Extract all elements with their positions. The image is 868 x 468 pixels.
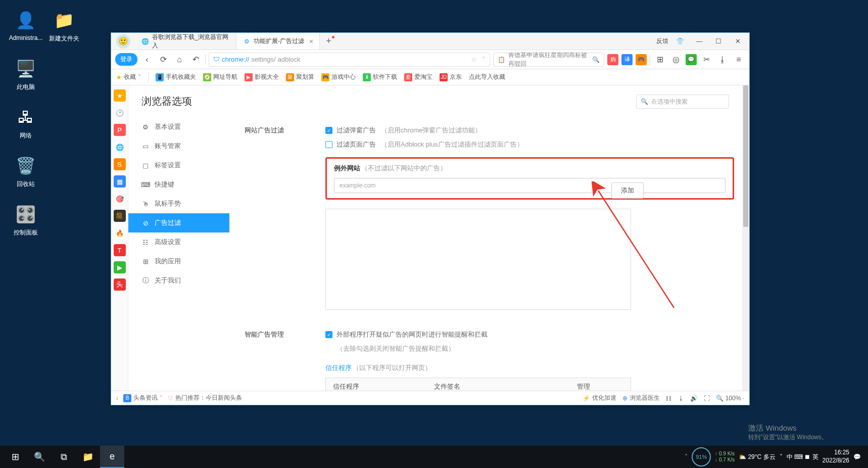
translate-icon[interactable]: 译 [621, 54, 633, 65]
doctor-link[interactable]: ⊕浏览器医生 [622, 394, 660, 402]
strip-icon-fav[interactable]: ★ [114, 89, 126, 102]
tray-expand-icon[interactable]: ˄ [685, 453, 688, 460]
url-bar[interactable]: 🛡 chrome://settings/adblock ☆ ˅ [209, 53, 490, 67]
back-button[interactable]: ‹ [140, 53, 154, 66]
strip-icon-pdf[interactable]: P [114, 124, 126, 136]
bookmark-import[interactable]: 点此导入收藏 [469, 73, 505, 81]
strip-icon-iqiyi[interactable]: ▶ [114, 261, 126, 273]
strip-icon-app1[interactable]: ▦ [114, 175, 126, 188]
tab-chrome-download[interactable]: 🌐谷歌浏览器下载_浏览器官网入 [135, 33, 236, 50]
checkbox-smart-remind[interactable]: ✓ [325, 331, 332, 338]
bookmark-video[interactable]: ▶影视大全 [245, 73, 279, 81]
bookmark-software[interactable]: ⬇软件下载 [363, 73, 397, 81]
optimize-link[interactable]: ⚡优化加速 [583, 394, 616, 402]
menu-basic[interactable]: ⚙基本设置 [128, 117, 229, 136]
strip-icon-clock[interactable]: 🕐 [114, 107, 126, 119]
desktop-icon-administrator[interactable]: 👤Administra... [8, 8, 43, 41]
menu-mouse[interactable]: 🖱鼠标手势 [128, 194, 229, 213]
download-status-icon[interactable]: ⭳ [678, 395, 684, 402]
bookmark-mobile[interactable]: 📱手机收藏夹 [156, 73, 196, 81]
menu-icon[interactable]: ≡ [732, 53, 745, 66]
undo-button[interactable]: ↶ [189, 53, 202, 66]
battery-indicator[interactable]: 91% [692, 447, 711, 466]
menu-account[interactable]: ▭账号管家 [128, 136, 229, 156]
feedback-link[interactable]: 反馈 [656, 37, 668, 45]
minimize-button[interactable]: — [692, 35, 707, 48]
search-button[interactable]: 🔍 [27, 446, 52, 468]
bookmark-juhuasuan[interactable]: 聚聚划算 [286, 73, 314, 81]
menu-about[interactable]: ⓘ关于我们 [128, 271, 229, 290]
strip-icon-toutiao[interactable]: 头 [114, 278, 126, 291]
file-explorer-button[interactable]: 📁 [76, 446, 100, 468]
close-icon[interactable]: × [309, 37, 313, 45]
bookmark-nav[interactable]: 🧭网址导航 [203, 73, 237, 81]
block-icon: ⊘ [141, 219, 150, 227]
task-view-button[interactable]: ⧉ [52, 446, 76, 468]
search-icon[interactable]: 🔍 [592, 56, 600, 63]
login-button[interactable]: 登录 [115, 53, 137, 66]
desktop-icon-folder[interactable]: 📁新建文件夹 [46, 8, 82, 43]
checkbox-popup[interactable]: ✓ [325, 127, 332, 134]
baidu-icon: 📋 [498, 56, 505, 63]
edge-button[interactable]: e [100, 446, 124, 468]
desktop-icon-recycle-bin[interactable]: 🗑️回收站 [8, 154, 43, 189]
zoom-label[interactable]: 🔍 100% · [716, 395, 744, 402]
expand-icon[interactable]: › [116, 395, 118, 402]
add-button[interactable]: 添加 [611, 182, 644, 199]
close-button[interactable]: ✕ [730, 35, 745, 48]
extensions-icon[interactable]: ◎ [669, 53, 683, 66]
search-box[interactable]: 📋 肯德基申请疯狂星期四商标被再驳回 🔍 [493, 53, 604, 67]
strip-icon-t[interactable]: T [114, 244, 126, 256]
maximize-button[interactable]: ☐ [711, 35, 726, 48]
th-program: 信任程序 [326, 378, 427, 391]
desktop-icon-network[interactable]: 🖧网络 [8, 105, 43, 140]
strip-icon-chrome[interactable]: 🌐 [114, 141, 126, 153]
avatar-icon[interactable]: 🙂 [116, 34, 130, 49]
desktop-icon-control-panel[interactable]: 🎛️控制面板 [8, 202, 43, 237]
volume-icon[interactable]: 🔊 [690, 395, 698, 402]
exception-list[interactable] [325, 209, 631, 310]
notification-icon[interactable]: 💬 [853, 453, 861, 460]
star-icon[interactable]: ☆ [471, 56, 477, 63]
search-options-input[interactable]: 🔍在选项中搜索 [636, 95, 729, 109]
wallet-icon: ▭ [141, 143, 150, 150]
new-tab-button[interactable]: + [320, 33, 337, 50]
strip-icon-game1[interactable]: 🎯 [114, 193, 126, 205]
game-icon[interactable]: 🎮 [636, 54, 647, 65]
hot-recommend[interactable]: ♡热门推荐：今日新闻头条 [168, 394, 242, 402]
wechat-icon[interactable]: 💬 [686, 54, 697, 65]
menu-advanced[interactable]: ☷高级设置 [128, 232, 229, 252]
ime-indicator[interactable]: 中 ⌨ ⏹ 英 [787, 453, 818, 461]
menu-shortcuts[interactable]: ⌨快捷键 [128, 175, 229, 194]
mute-icon[interactable]: ⫿⫿ [666, 395, 672, 402]
bookmark-aitaobao[interactable]: 爱爱淘宝 [404, 73, 432, 81]
bookmark-jd[interactable]: JD京东 [440, 73, 462, 81]
screenshot-icon[interactable]: ✂ [700, 53, 713, 66]
exception-input[interactable]: example.com [334, 178, 726, 193]
tab-adblock-settings[interactable]: ⚙功能扩展-广告过滤× [236, 33, 320, 50]
menu-apps[interactable]: ⊞我的应用 [128, 252, 229, 271]
clock[interactable]: 16:252022/8/26 [823, 449, 849, 464]
strip-icon-dragon[interactable]: 龍 [114, 210, 126, 222]
menu-adblock[interactable]: ⊘广告过滤 [128, 213, 229, 232]
home-button[interactable]: ⌂ [173, 53, 186, 66]
strip-icon-game2[interactable]: 🔥 [114, 227, 126, 239]
weather-widget[interactable]: ⛅ 29°C 多云 [739, 453, 776, 461]
apps-icon[interactable]: ⊞ [653, 53, 666, 66]
fullscreen-icon[interactable]: ⛶ [704, 395, 710, 402]
menu-tabs[interactable]: ▢标签设置 [128, 156, 229, 175]
strip-icon-sogou[interactable]: S [114, 158, 126, 170]
news-link[interactable]: B头条资讯˅ [123, 394, 163, 402]
bookmark-games[interactable]: 🎮游戏中心 [321, 73, 356, 81]
desktop-icon-this-pc[interactable]: 🖥️此电脑 [8, 57, 43, 91]
scrollbar[interactable] [742, 85, 749, 391]
chevron-down-icon[interactable]: ˅ [482, 56, 486, 63]
shopping-icon[interactable]: 购 [607, 54, 618, 65]
download-icon[interactable]: ⭳ [716, 53, 729, 66]
start-button[interactable]: ⊞ [3, 446, 27, 468]
refresh-button[interactable]: ⟳ [157, 53, 170, 66]
checkbox-page-ads[interactable] [325, 141, 332, 148]
tray-chevron-icon[interactable]: ˄ [780, 453, 783, 460]
skin-icon[interactable]: 👕 [672, 35, 688, 48]
favorites-button[interactable]: ★收藏˅ [116, 73, 141, 81]
